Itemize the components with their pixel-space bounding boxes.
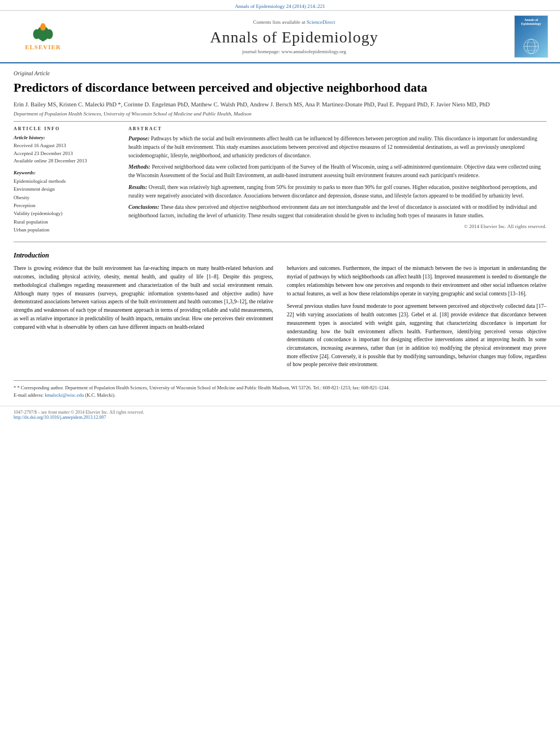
keyword-item: Rural population xyxy=(14,218,118,226)
copyright: © 2014 Elsevier Inc. All rights reserved… xyxy=(128,224,546,229)
info-abstract-columns: ARTICLE INFO Article history: Received 1… xyxy=(14,126,546,234)
journal-header: ELSEVIER Contents lists available at Sci… xyxy=(0,11,560,63)
footnote-email-line: E-mail address: kmalecki@wisc.edu (K.C. … xyxy=(14,392,546,399)
abstract-conclusions: Conclusions: These data show perceived a… xyxy=(128,203,546,220)
conclusions-heading: Conclusions: xyxy=(128,204,159,210)
doi-line: http://dx.doi.org/10.1016/j.annepidem.20… xyxy=(14,415,546,420)
divider-1 xyxy=(14,121,546,122)
body-right-paragraph: Several previous studies have found mode… xyxy=(287,302,546,369)
body-right-col: behaviors and outcomes. Furthermore, the… xyxy=(287,264,546,374)
article-content: Original Article Predictors of discordan… xyxy=(0,63,560,406)
cover-globe-icon xyxy=(523,38,540,55)
authors-list: Erin J. Bailey MS, Kristen C. Malecki Ph… xyxy=(14,100,546,109)
journal-cover-area: Annals of Epidemiology xyxy=(511,15,551,58)
abstract-purpose: Purpose: Pathways by which the social an… xyxy=(128,135,546,160)
elsevier-logo: ELSEVIER xyxy=(18,23,68,51)
abstract-col: ABSTRACT Purpose: Pathways by which the … xyxy=(128,126,546,234)
journal-center-header: Contents lists available at ScienceDirec… xyxy=(83,15,506,58)
available-date: Available online 28 December 2013 xyxy=(14,157,118,165)
page-container: Annals of Epidemiology 24 (2014) 214–221… xyxy=(0,0,560,423)
footnote-email-label: E-mail address: xyxy=(14,392,44,398)
keyword-item: Environment design xyxy=(14,185,118,193)
article-info-label: ARTICLE INFO xyxy=(14,126,118,131)
keyword-item: Epidemiological methods xyxy=(14,177,118,185)
footnote-area: * * Corresponding author. Department of … xyxy=(14,380,546,399)
article-type: Original Article xyxy=(14,70,546,76)
body-left-paragraph: There is growing evidence that the built… xyxy=(14,264,273,331)
keywords-label: Keywords: xyxy=(14,170,118,175)
elsevier-tree-icon xyxy=(29,23,57,42)
keyword-item: Perception xyxy=(14,201,118,209)
keyword-item: Obesity xyxy=(14,194,118,201)
keywords-list: Epidemiological methodsEnvironment desig… xyxy=(14,177,118,234)
article-title: Predictors of discordance between percei… xyxy=(14,80,546,96)
methods-heading: Methods: xyxy=(128,164,150,170)
accepted-date: Accepted 23 December 2013 xyxy=(14,150,118,158)
abstract-results: Results: Overall, there was relatively h… xyxy=(128,183,546,200)
keyword-item: Urban population xyxy=(14,226,118,234)
methods-text: Perceived neighborhood data were collect… xyxy=(128,164,541,178)
article-info-col: ARTICLE INFO Article history: Received 1… xyxy=(14,126,118,234)
purpose-heading: Purpose: xyxy=(128,135,149,141)
purpose-text: Pathways by which the social and built e… xyxy=(128,136,537,158)
cover-title-text: Annals of Epidemiology xyxy=(521,18,541,26)
bottom-bar: 1047-2797/$ – see front matter © 2014 El… xyxy=(0,406,560,423)
abstract-methods: Methods: Perceived neighborhood data wer… xyxy=(128,163,546,179)
body-section: Introduction There is growing evidence t… xyxy=(14,251,546,374)
body-columns: There is growing evidence that the built… xyxy=(14,264,546,374)
body-right-paragraph: behaviors and outcomes. Furthermore, the… xyxy=(287,264,546,298)
journal-top-bar: Annals of Epidemiology 24 (2014) 214–221 xyxy=(0,0,560,11)
conclusions-text: These data show perceived and objective … xyxy=(128,204,537,218)
intro-heading: Introduction xyxy=(14,251,546,260)
results-text: Overall, there was relatively high agree… xyxy=(128,184,537,199)
elsevier-wordmark: ELSEVIER xyxy=(25,44,61,50)
received-date: Received 16 August 2013 xyxy=(14,142,118,150)
journal-homepage: journal homepage: www.annalsofepidemiolo… xyxy=(242,49,346,54)
divider-2 xyxy=(14,242,546,242)
sciencedirect-link[interactable]: ScienceDirect xyxy=(307,19,335,25)
svg-point-2 xyxy=(33,29,41,40)
issn-line: 1047-2797/$ – see front matter © 2014 El… xyxy=(14,410,546,415)
results-heading: Results: xyxy=(128,184,147,190)
elsevier-logo-area: ELSEVIER xyxy=(9,15,77,58)
footnote-email-link[interactable]: kmalecki@wisc.edu xyxy=(45,392,84,398)
svg-point-3 xyxy=(46,29,53,40)
history-label: Article history: xyxy=(14,135,118,140)
footnote-name: (K.C. Malecki). xyxy=(85,392,115,398)
abstract-label: ABSTRACT xyxy=(128,126,546,131)
journal-title: Annals of Epidemiology xyxy=(210,28,378,46)
doi-link[interactable]: http://dx.doi.org/10.1016/j.annepidem.20… xyxy=(14,415,106,420)
body-left-col: There is growing evidence that the built… xyxy=(14,264,273,374)
journal-citation: Annals of Epidemiology 24 (2014) 214–221 xyxy=(235,3,325,9)
footnote-corresponding: * * Corresponding author. Department of … xyxy=(14,384,546,392)
svg-point-5 xyxy=(41,23,45,27)
keyword-item: Validity (epidemiology) xyxy=(14,209,118,217)
affiliation: Department of Population Health Sciences… xyxy=(14,111,546,117)
journal-cover-image: Annals of Epidemiology xyxy=(514,15,548,58)
sciencedirect-line: Contents lists available at ScienceDirec… xyxy=(253,19,335,25)
